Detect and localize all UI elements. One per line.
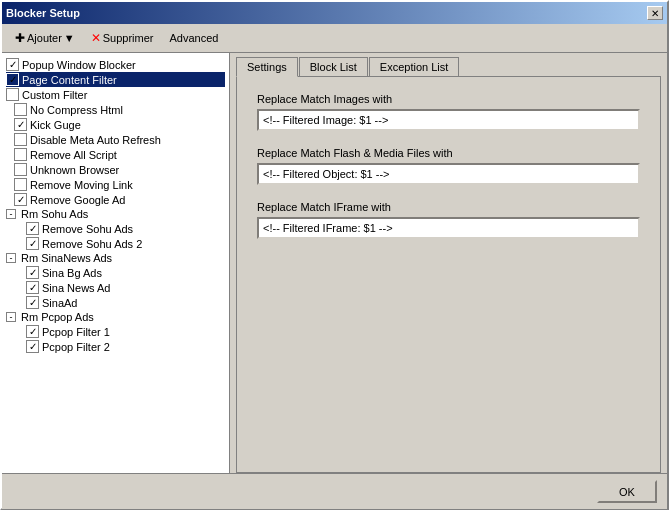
checkbox-removesohu2[interactable] [26, 237, 39, 250]
replace-images-label: Replace Match Images with [257, 93, 640, 105]
label-sinaad: SinaAd [42, 297, 77, 309]
tree-item-removeall[interactable]: Remove All Script [14, 147, 225, 162]
label-popup: Popup Window Blocker [22, 59, 136, 71]
remove-icon: ✕ [91, 31, 101, 45]
checkbox-custom[interactable] [6, 88, 19, 101]
tree-item-pcpop1[interactable]: Pcpop Filter 1 [26, 324, 225, 339]
tree-item-removesohu2[interactable]: Remove Sohu Ads 2 [26, 236, 225, 251]
label-rmsohu: Rm Sohu Ads [21, 208, 88, 220]
checkbox-sinaad[interactable] [26, 296, 39, 309]
label-sinanews: Sina News Ad [42, 282, 110, 294]
remove-label: Supprimer [103, 32, 154, 44]
title-bar: Blocker Setup ✕ [2, 2, 667, 24]
checkbox-popup[interactable] [6, 58, 19, 71]
tree-item-removesohu1[interactable]: Remove Sohu Ads [26, 221, 225, 236]
tree-item-popup[interactable]: Popup Window Blocker [6, 57, 225, 72]
label-pcpop1: Pcpop Filter 1 [42, 326, 110, 338]
main-content: Popup Window Blocker Page Content Filter… [2, 53, 667, 473]
checkbox-pcpop2[interactable] [26, 340, 39, 353]
form-group-iframe: Replace Match IFrame with [257, 201, 640, 239]
tree-item-pcpop2[interactable]: Pcpop Filter 2 [26, 339, 225, 354]
label-removemoving: Remove Moving Link [30, 179, 133, 191]
label-removeall: Remove All Script [30, 149, 117, 161]
expander-rmsohu[interactable]: - [6, 209, 16, 219]
checkbox-removeall[interactable] [14, 148, 27, 161]
label-rmsina: Rm SinaNews Ads [21, 252, 112, 264]
replace-flash-input[interactable] [257, 163, 640, 185]
tab-content-settings: Replace Match Images with Replace Match … [236, 76, 661, 473]
tab-exceptionlist[interactable]: Exception List [369, 57, 459, 76]
tree-item-removemoving[interactable]: Remove Moving Link [14, 177, 225, 192]
checkbox-removemoving[interactable] [14, 178, 27, 191]
label-rmpcpop: Rm Pcpop Ads [21, 311, 94, 323]
checkbox-nocompress[interactable] [14, 103, 27, 116]
tree-item-kick[interactable]: Kick Guge [14, 117, 225, 132]
advanced-label: Advanced [170, 32, 219, 44]
replace-flash-label: Replace Match Flash & Media Files with [257, 147, 640, 159]
close-button[interactable]: ✕ [647, 6, 663, 20]
tabs-bar: Settings Block List Exception List [230, 53, 667, 76]
label-pcpop2: Pcpop Filter 2 [42, 341, 110, 353]
label-kick: Kick Guge [30, 119, 81, 131]
right-panel: Settings Block List Exception List Repla… [230, 53, 667, 473]
checkbox-removesohu1[interactable] [26, 222, 39, 235]
label-removesohu1: Remove Sohu Ads [42, 223, 133, 235]
tree-item-removegoogle[interactable]: Remove Google Ad [14, 192, 225, 207]
dropdown-arrow-icon: ▼ [64, 32, 75, 44]
expander-rmpcpop[interactable]: - [6, 312, 16, 322]
advanced-button[interactable]: Advanced [163, 29, 226, 47]
bottom-bar: OK [2, 473, 667, 509]
main-window: Blocker Setup ✕ ✚ Ajouter ▼ ✕ Supprimer … [0, 0, 669, 510]
checkbox-disablemeta[interactable] [14, 133, 27, 146]
window-title: Blocker Setup [6, 7, 80, 19]
label-custom: Custom Filter [22, 89, 87, 101]
tree-item-sinaad[interactable]: SinaAd [26, 295, 225, 310]
checkbox-sinabg[interactable] [26, 266, 39, 279]
tree-item-custom[interactable]: Custom Filter [6, 87, 225, 102]
form-group-images: Replace Match Images with [257, 93, 640, 131]
remove-button[interactable]: ✕ Supprimer [84, 28, 161, 48]
tab-exceptionlist-label: Exception List [380, 61, 448, 73]
tree-item-disablemeta[interactable]: Disable Meta Auto Refresh [14, 132, 225, 147]
label-removesohu2: Remove Sohu Ads 2 [42, 238, 142, 250]
form-group-flash: Replace Match Flash & Media Files with [257, 147, 640, 185]
checkbox-page[interactable] [6, 73, 19, 86]
checkbox-removegoogle[interactable] [14, 193, 27, 206]
ok-button[interactable]: OK [597, 480, 657, 503]
tree-item-page[interactable]: Page Content Filter [6, 72, 225, 87]
tree-item-nocompress[interactable]: No Compress Html [14, 102, 225, 117]
label-sinabg: Sina Bg Ads [42, 267, 102, 279]
label-removegoogle: Remove Google Ad [30, 194, 125, 206]
tree-item-unknown[interactable]: Unknown Browser [14, 162, 225, 177]
checkbox-sinanews[interactable] [26, 281, 39, 294]
tree-item-sinanews[interactable]: Sina News Ad [26, 280, 225, 295]
replace-iframe-label: Replace Match IFrame with [257, 201, 640, 213]
tab-settings[interactable]: Settings [236, 57, 298, 77]
tab-settings-label: Settings [247, 61, 287, 73]
replace-iframe-input[interactable] [257, 217, 640, 239]
tree-item-sinabg[interactable]: Sina Bg Ads [26, 265, 225, 280]
label-page: Page Content Filter [22, 74, 117, 86]
checkbox-kick[interactable] [14, 118, 27, 131]
left-panel: Popup Window Blocker Page Content Filter… [2, 53, 230, 473]
add-button[interactable]: ✚ Ajouter ▼ [8, 28, 82, 48]
checkbox-pcpop1[interactable] [26, 325, 39, 338]
label-disablemeta: Disable Meta Auto Refresh [30, 134, 161, 146]
add-label: Ajouter [27, 32, 62, 44]
toolbar: ✚ Ajouter ▼ ✕ Supprimer Advanced [2, 24, 667, 53]
tree-item-rmpcpop[interactable]: - Rm Pcpop Ads [6, 310, 225, 324]
checkbox-unknown[interactable] [14, 163, 27, 176]
tab-blocklist-label: Block List [310, 61, 357, 73]
expander-rmsina[interactable]: - [6, 253, 16, 263]
label-unknown: Unknown Browser [30, 164, 119, 176]
add-icon: ✚ [15, 31, 25, 45]
label-nocompress: No Compress Html [30, 104, 123, 116]
tree-item-rmsohu[interactable]: - Rm Sohu Ads [6, 207, 225, 221]
tab-blocklist[interactable]: Block List [299, 57, 368, 76]
tree-item-rmsina[interactable]: - Rm SinaNews Ads [6, 251, 225, 265]
replace-images-input[interactable] [257, 109, 640, 131]
